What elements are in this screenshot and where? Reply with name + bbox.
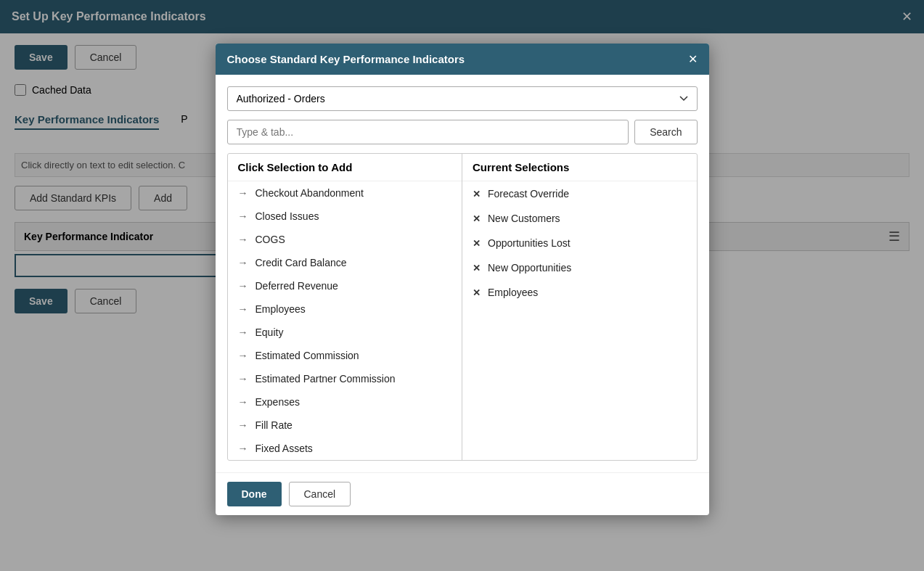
left-panel-header: Click Selection to Add — [228, 154, 462, 181]
list-item[interactable]: →Fixed Assets — [228, 437, 462, 460]
arrow-icon: → — [238, 443, 248, 454]
remove-icon[interactable]: ✕ — [473, 213, 481, 224]
remove-icon[interactable]: ✕ — [473, 287, 481, 298]
right-panel-header: Current Selections — [462, 154, 697, 181]
search-row: Search — [227, 120, 698, 144]
modal-dialog: Choose Standard Key Performance Indicato… — [216, 44, 709, 515]
left-panel: Click Selection to Add →Checkout Abandon… — [228, 154, 463, 460]
modal-footer: Done Cancel — [216, 472, 709, 515]
category-dropdown[interactable]: Authorized - Orders Sales Finance Operat… — [227, 86, 698, 111]
arrow-icon: → — [238, 257, 248, 268]
arrow-icon: → — [238, 210, 248, 222]
arrow-icon: → — [238, 419, 248, 431]
list-item[interactable]: →Closed Issues — [228, 205, 462, 228]
modal-body: Authorized - Orders Sales Finance Operat… — [216, 75, 709, 472]
dropdown-row: Authorized - Orders Sales Finance Operat… — [227, 86, 698, 111]
modal-close-button[interactable]: ✕ — [688, 52, 698, 66]
arrow-icon: → — [238, 373, 248, 385]
arrow-icon: → — [238, 350, 248, 361]
arrow-icon: → — [238, 280, 248, 292]
search-input[interactable] — [227, 120, 629, 144]
arrow-icon: → — [238, 234, 248, 245]
remove-icon[interactable]: ✕ — [473, 263, 481, 274]
arrow-icon: → — [238, 303, 248, 315]
main-window: Set Up Key Performance Indicators ✕ Save… — [0, 0, 924, 571]
modal-title: Choose Standard Key Performance Indicato… — [227, 53, 465, 65]
right-list-item: ✕New Customers — [462, 206, 697, 231]
selections-area: Click Selection to Add →Checkout Abandon… — [227, 153, 698, 461]
list-item[interactable]: →Employees — [228, 297, 462, 321]
remove-icon[interactable]: ✕ — [473, 189, 481, 200]
right-panel-list: ✕Forecast Override✕New Customers✕Opportu… — [462, 181, 697, 460]
arrow-icon: → — [238, 396, 248, 408]
right-list-item: ✕Employees — [462, 280, 697, 305]
list-item[interactable]: →Equity — [228, 321, 462, 344]
arrow-icon: → — [238, 326, 248, 338]
search-button[interactable]: Search — [634, 120, 697, 144]
arrow-icon: → — [238, 187, 248, 199]
done-button[interactable]: Done — [227, 482, 282, 506]
right-list-item: ✕Opportunities Lost — [462, 231, 697, 255]
right-list-item: ✕Forecast Override — [462, 181, 697, 206]
list-item[interactable]: →Checkout Abandonment — [228, 181, 462, 205]
left-panel-list[interactable]: →Checkout Abandonment→Closed Issues→COGS… — [228, 181, 462, 460]
right-list-item: ✕New Opportunities — [462, 255, 697, 280]
list-item[interactable]: →Estimated Partner Commission — [228, 367, 462, 390]
modal-titlebar: Choose Standard Key Performance Indicato… — [216, 44, 709, 75]
list-item[interactable]: →Estimated Commission — [228, 344, 462, 367]
list-item[interactable]: →Deferred Revenue — [228, 274, 462, 297]
list-item[interactable]: →Expenses — [228, 390, 462, 414]
remove-icon[interactable]: ✕ — [473, 238, 481, 249]
list-item[interactable]: →Fill Rate — [228, 414, 462, 437]
right-panel: Current Selections ✕Forecast Override✕Ne… — [462, 154, 697, 460]
modal-cancel-button[interactable]: Cancel — [289, 482, 351, 506]
list-item[interactable]: →COGS — [228, 228, 462, 251]
list-item[interactable]: →Credit Card Balance — [228, 251, 462, 274]
modal-overlay: Choose Standard Key Performance Indicato… — [0, 0, 924, 571]
